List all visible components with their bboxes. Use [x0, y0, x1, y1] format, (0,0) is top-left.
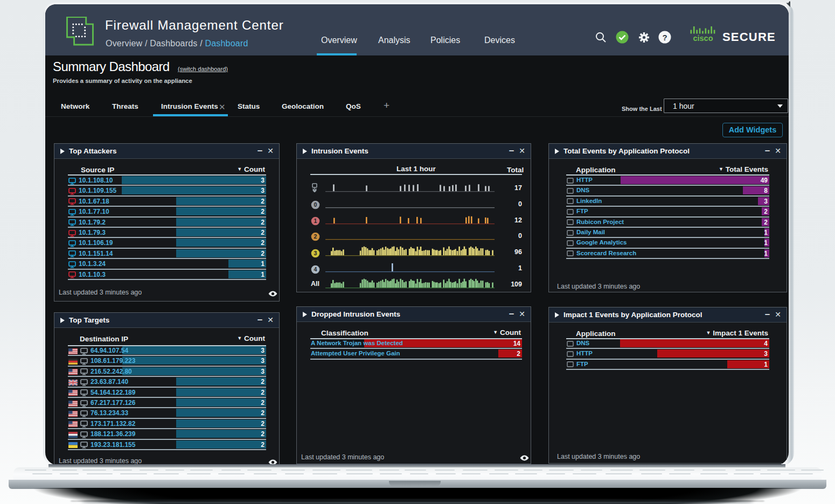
svg-text:cisco: cisco [693, 34, 713, 41]
svg-text:?: ? [662, 33, 667, 42]
